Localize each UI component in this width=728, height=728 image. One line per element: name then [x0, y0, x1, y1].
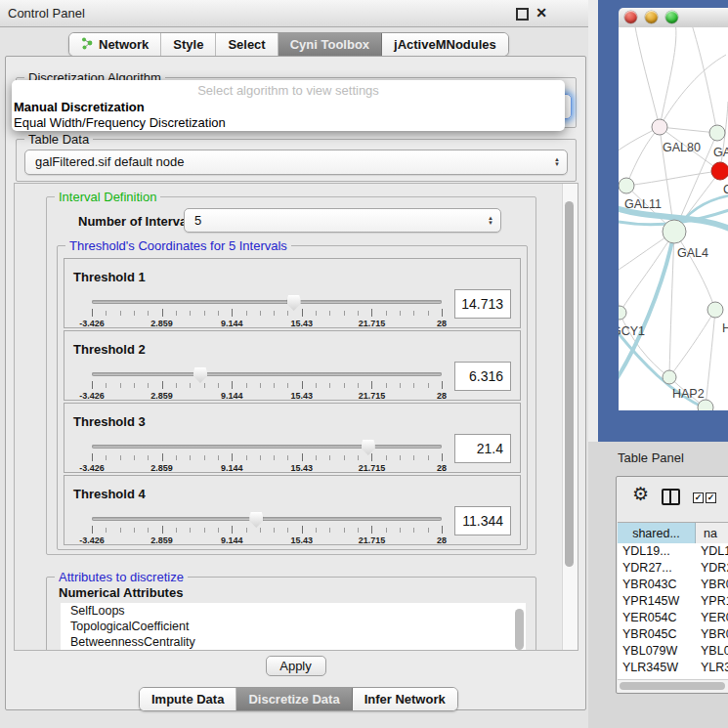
tab-style[interactable]: Style: [161, 33, 216, 56]
list-item-betweennesscentrality[interactable]: BetweennessCentrality: [61, 634, 526, 650]
close-traffic-icon[interactable]: [624, 11, 637, 23]
tab-jactivemnodules[interactable]: jActiveMNodules: [382, 33, 508, 56]
dropdown-placeholder-item[interactable]: Select algorithm to view settings: [12, 83, 565, 100]
network-node-gal80[interactable]: [652, 119, 667, 135]
table-cell[interactable]: YBR0: [695, 626, 728, 643]
tab-infer-network[interactable]: Infer Network: [353, 688, 457, 710]
network-node-h[interactable]: [707, 302, 723, 318]
tab-label: jActiveMNodules: [394, 37, 496, 52]
threshold-value-field[interactable]: 11.344: [454, 506, 511, 535]
gear-icon[interactable]: ⚙: [632, 483, 649, 505]
table-cell[interactable]: YBL0: [695, 643, 728, 660]
slider-track[interactable]: [92, 445, 442, 449]
tab-select[interactable]: Select: [216, 33, 278, 56]
tab-label: Cyni Toolbox: [290, 37, 369, 52]
network-node-c[interactable]: [711, 162, 728, 180]
network-edge[interactable]: [706, 310, 715, 407]
checkbox-checked-icon[interactable]: ✓: [693, 492, 704, 503]
slider-thumb[interactable]: [193, 367, 207, 383]
tab-discretize-data[interactable]: Discretize Data: [236, 688, 352, 710]
slider-track[interactable]: [92, 300, 442, 304]
column-header-shared-name[interactable]: shared...: [618, 523, 696, 544]
threshold-slider[interactable]: -3.4262.8599.14415.4321.71528: [92, 511, 442, 546]
vertical-scrollbar[interactable]: [562, 184, 578, 650]
split-columns-icon[interactable]: [662, 489, 680, 505]
table-cell[interactable]: YDR27...: [618, 560, 695, 577]
table-cell[interactable]: YLR3: [695, 660, 728, 676]
table-row[interactable]: YER054CYER0: [618, 610, 728, 626]
horizontal-scrollbar[interactable]: [618, 679, 728, 692]
table-cell[interactable]: YPR1: [695, 593, 728, 610]
table-row[interactable]: YBR045CYBR0: [618, 626, 728, 643]
dropdown-options: Manual DiscretizationEqual Width/Frequen…: [12, 100, 565, 131]
number-of-intervals-combobox[interactable]: 5 ▲▼: [184, 208, 501, 233]
threshold-slider[interactable]: -3.4262.8599.14415.4321.71528: [92, 366, 442, 402]
slider-thumb[interactable]: [362, 440, 375, 455]
scrollbar-thumb[interactable]: [565, 201, 574, 567]
list-item-topologicalcoefficient[interactable]: TopologicalCoefficient: [61, 619, 526, 634]
network-edge[interactable]: [626, 171, 720, 186]
checkbox-checked-icon[interactable]: ✓: [706, 492, 716, 503]
network-node-ga[interactable]: [709, 125, 725, 141]
table-data-combobox[interactable]: galFiltered.sif default node ▲▼: [24, 150, 568, 175]
network-edge[interactable]: [669, 310, 715, 377]
minimize-traffic-icon[interactable]: [645, 11, 658, 23]
network-edge[interactable]: [660, 127, 717, 133]
network-node-gcy1[interactable]: [619, 306, 626, 320]
float-window-icon[interactable]: [516, 8, 529, 21]
slider-tick-label: 21.715: [359, 463, 386, 473]
network-canvas[interactable]: GAL80GACGAL11GAL4GCY1HHAP2: [619, 27, 728, 410]
list-scrollbar[interactable]: [515, 609, 524, 650]
network-node-gal4[interactable]: [663, 220, 686, 243]
table-row[interactable]: YDR27...YDR2: [618, 560, 728, 577]
network-node-hap2[interactable]: [663, 370, 676, 384]
table-cell[interactable]: YDL19...: [618, 543, 695, 560]
table-cell[interactable]: YBL079W: [618, 643, 695, 660]
table-row[interactable]: YDL19...YDL1: [618, 543, 728, 560]
table-cell[interactable]: YDR2: [695, 560, 728, 577]
network-edge-highlighted[interactable]: [619, 232, 674, 385]
network-edge[interactable]: [619, 248, 620, 313]
network-view-area: GAL80GACGAL11GAL4GCY1HHAP2: [598, 0, 728, 442]
table-cell[interactable]: YDL1: [695, 543, 728, 560]
list-item-selfloops[interactable]: SelfLoops: [61, 603, 526, 619]
network-edge[interactable]: [634, 27, 660, 127]
table-row[interactable]: YBR043CYBR0: [618, 577, 728, 593]
table-cell[interactable]: YBR043C: [618, 577, 695, 593]
table-data-group-title: Table Data: [24, 132, 93, 147]
table-cell[interactable]: YPR145W: [618, 593, 695, 610]
table-cell[interactable]: YBR045C: [618, 626, 695, 643]
close-icon[interactable]: ✕: [535, 5, 547, 21]
table-cell[interactable]: YBR0: [695, 577, 728, 593]
network-node[interactable]: [698, 400, 713, 410]
column-header-name[interactable]: na: [696, 523, 728, 544]
zoom-traffic-icon[interactable]: [665, 11, 678, 23]
threshold-slider[interactable]: -3.4262.8599.14415.4321.71528: [92, 294, 442, 329]
table-row[interactable]: YLR345WYLR3: [618, 660, 728, 676]
dropdown-option-equal-width-frequency-discretization[interactable]: Equal Width/Frequency Discretization: [12, 115, 565, 131]
tab-cyni-toolbox[interactable]: Cyni Toolbox: [278, 33, 382, 56]
threshold-value-field[interactable]: 14.713: [454, 289, 511, 319]
table-cell[interactable]: YER0: [695, 610, 728, 626]
numerical-attributes-list[interactable]: SelfLoopsTopologicalCoefficientBetweenne…: [61, 603, 526, 651]
scrollbar-thumb[interactable]: [620, 682, 725, 690]
network-node-gal11[interactable]: [619, 178, 634, 193]
slider-track[interactable]: [92, 372, 442, 376]
tab-impute-data[interactable]: Impute Data: [140, 688, 236, 710]
network-edge[interactable]: [660, 27, 676, 127]
slider-thumb[interactable]: [287, 295, 301, 311]
table-cell[interactable]: YER054C: [618, 610, 695, 626]
table-cell[interactable]: YLR345W: [618, 660, 695, 676]
slider-track[interactable]: [92, 517, 442, 521]
network-edge[interactable]: [660, 55, 726, 127]
network-edge[interactable]: [674, 232, 715, 310]
table-row[interactable]: YBL079WYBL0: [618, 643, 728, 660]
threshold-value-field[interactable]: 21.4: [454, 434, 511, 463]
threshold-slider[interactable]: -3.4262.8599.14415.4321.71528: [92, 439, 442, 474]
slider-thumb[interactable]: [249, 512, 263, 528]
table-row[interactable]: YPR145WYPR1: [618, 593, 728, 610]
dropdown-option-manual-discretization[interactable]: Manual Discretization: [12, 100, 565, 115]
apply-button[interactable]: Apply: [266, 656, 326, 676]
threshold-value-field[interactable]: 6.316: [454, 362, 511, 391]
tab-network[interactable]: Network: [69, 33, 161, 56]
